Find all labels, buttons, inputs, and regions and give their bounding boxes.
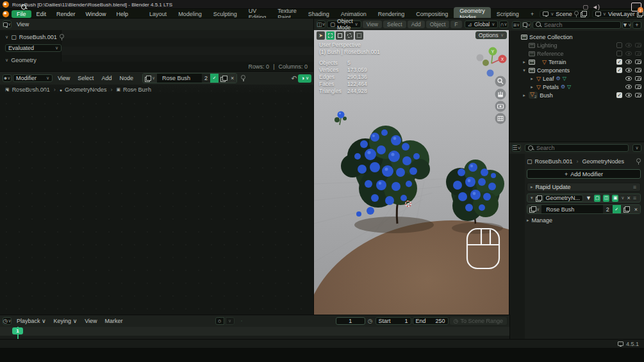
close-icon[interactable]: × [627, 195, 630, 201]
hide-eye-icon[interactable] [625, 68, 632, 72]
editor-type-button[interactable]: ●∨ [3, 74, 12, 82]
dataset-dropdown[interactable]: Evaluated∨ [5, 44, 62, 52]
drag-handle[interactable]: ≡ [633, 195, 637, 201]
node-group-selector[interactable]: ∨ Rose Bush 2 ✓ × [142, 73, 237, 83]
menu-view[interactable]: View [54, 75, 74, 81]
drag-handle[interactable]: ≡ [633, 184, 637, 190]
editor-type-button[interactable]: ∨ [522, 21, 531, 29]
disable-render-icon[interactable] [635, 76, 641, 81]
menu-marker[interactable]: Marker [101, 318, 127, 324]
pin-icon[interactable] [574, 11, 579, 17]
editor-type-button[interactable]: ☰∨ [512, 144, 521, 152]
frame-end-field[interactable]: End250 [413, 317, 449, 325]
outliner-item-components[interactable]: ▾Components✓ [509, 66, 644, 74]
user-count[interactable]: 2 [603, 205, 613, 213]
exclude-checkbox[interactable]: ✓ [616, 67, 622, 73]
outliner-item-terrain[interactable]: ▸▽Terrain✓ [509, 58, 644, 66]
select-lasso-tool[interactable] [345, 31, 354, 40]
tray-app-icon[interactable]: ▢ [583, 4, 589, 10]
pin-icon[interactable] [636, 158, 641, 165]
menu-object[interactable]: Object [426, 21, 450, 28]
disable-render-icon[interactable] [635, 51, 641, 56]
workspace-tab-modeling[interactable]: Modeling [172, 10, 208, 18]
cursor-tool[interactable] [355, 31, 363, 40]
node-graph-canvas[interactable] [0, 85, 314, 315]
expand-arrow[interactable]: ▾ [522, 68, 527, 73]
disable-render-icon[interactable] [635, 85, 641, 89]
disable-render-icon[interactable] [635, 43, 641, 47]
tweak-tool[interactable]: ➤ [317, 31, 325, 40]
outliner-item-petals[interactable]: ▸▽Petals⚙▽ [509, 83, 644, 91]
fake-user-button[interactable]: ✓ [613, 205, 621, 213]
node-tree-type-dropdown[interactable]: Modifier∨ [13, 74, 53, 82]
new-collection-button[interactable]: + [632, 21, 641, 29]
search-input[interactable] [544, 22, 595, 28]
render-toggle[interactable]: ▣ [612, 195, 618, 202]
current-frame-field[interactable]: 1 [336, 317, 365, 325]
timeline-ruler[interactable] [0, 327, 509, 336]
menu-add[interactable]: Add [408, 21, 425, 28]
snap-icon[interactable]: ↶ [291, 74, 297, 83]
outliner-item-lighting[interactable]: Lighting [509, 41, 644, 49]
expand-arrow[interactable]: ▸ [529, 76, 534, 81]
exclude-checkbox[interactable]: ✓ [616, 92, 622, 98]
new-copy-button[interactable] [219, 74, 228, 83]
pin-icon[interactable] [60, 34, 64, 40]
breadcrumb-item[interactable]: RoseBush.001 [535, 158, 573, 165]
select-box-tool[interactable] [326, 31, 334, 40]
hide-eye-icon[interactable] [625, 51, 632, 56]
search-input[interactable] [536, 145, 581, 151]
workspace-tab-+[interactable]: + [525, 10, 540, 18]
menu-window[interactable]: Window [81, 10, 111, 18]
unlink-button[interactable]: × [228, 74, 236, 83]
editor-type-button[interactable]: ∨ [3, 21, 12, 28]
exclude-checkbox[interactable] [616, 42, 622, 48]
menu-keying[interactable]: Keying ∨ [50, 318, 81, 324]
menu-select[interactable]: Select [74, 75, 97, 81]
menu-render[interactable]: Render [51, 10, 81, 18]
overlay-toggle[interactable]: ◑∨ [298, 74, 311, 83]
fkey-button[interactable]: F [450, 21, 461, 28]
blender-menu-icon[interactable] [3, 11, 9, 17]
workspace-tab-rendering[interactable]: Rendering [372, 10, 411, 18]
workspace-tab-shading[interactable]: Shading [302, 10, 335, 18]
manage-panel[interactable]: ▸Manage [527, 217, 641, 224]
menu-select[interactable]: Select [383, 21, 406, 28]
add-modifier-button[interactable]: +Add Modifier [527, 169, 641, 179]
playhead-frame-badge[interactable]: 1 [12, 327, 23, 334]
select-circle-tool[interactable] [336, 31, 344, 40]
menu-add[interactable]: Add [97, 75, 115, 81]
properties-options-button[interactable]: ∨ [632, 144, 641, 152]
fake-user-button[interactable]: ✓ [210, 74, 219, 83]
edit-mode-toggle[interactable]: ▢ [594, 195, 600, 202]
menu-file[interactable]: File [12, 10, 31, 18]
menu-view[interactable]: View [363, 21, 382, 28]
pin-icon[interactable] [241, 75, 245, 81]
scene-selector[interactable]: ∨ Scene [540, 10, 590, 18]
mode-dropdown[interactable]: ▢Object Mode∨ [327, 21, 361, 28]
menu-edit[interactable]: Edit [31, 10, 52, 18]
modifier-name-field[interactable]: GeometryN... [543, 195, 584, 202]
snap-magnet-button[interactable]: ∩∨ [499, 21, 508, 28]
breadcrumb-item[interactable]: GeometryNodes [582, 158, 625, 165]
workspace-tab-animation[interactable]: Animation [335, 10, 372, 18]
outliner-item-leaf[interactable]: ▸▽Leaf⚙▽ [509, 74, 644, 83]
viewport-3d[interactable]: Y X ◫∨ ▢Object Mode∨ ViewSelectAddObject… [314, 19, 509, 315]
auto-key-dropdown[interactable]: ∨ [226, 317, 235, 325]
realtime-toggle[interactable]: ◫ [603, 195, 609, 202]
editor-type-button[interactable]: ◫∨ [317, 21, 326, 28]
filter-button[interactable]: ▼∨ [622, 21, 631, 29]
workspace-tab-sculpting[interactable]: Sculpting [208, 10, 243, 18]
menu-node[interactable]: Node [115, 75, 137, 81]
auto-key-button[interactable]: ○ [215, 317, 224, 325]
modifier-panel-rapid-update[interactable]: ▸Rapid Update ≡ [527, 183, 641, 192]
workspace-tab-compositing[interactable]: Compositing [410, 10, 454, 18]
expand-arrow[interactable]: ▸ [529, 85, 534, 90]
workspace-tab-layout[interactable]: Layout [144, 10, 172, 18]
outliner-item-reference[interactable]: Reference [509, 49, 644, 58]
geometry-section[interactable]: ∨Geometry [5, 57, 37, 63]
outliner-item-bush[interactable]: ▸▽2Bush✓ [509, 91, 644, 99]
hide-eye-icon[interactable] [625, 43, 632, 47]
menu-help[interactable]: Help [111, 10, 134, 18]
volume-icon[interactable]: ◄) [592, 4, 600, 10]
